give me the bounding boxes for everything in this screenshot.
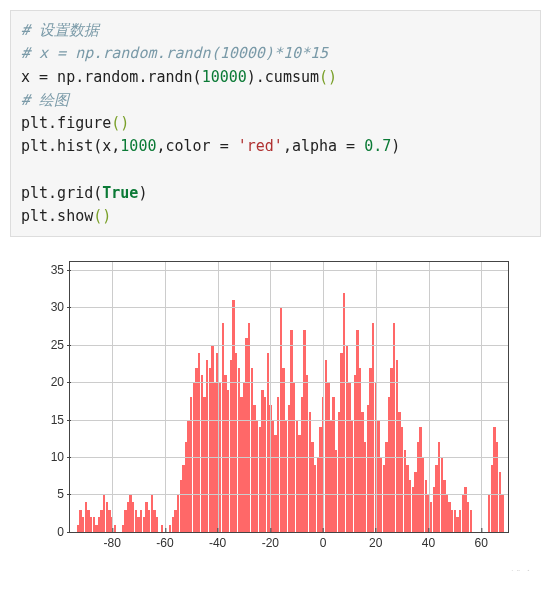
x-tick-label: 40 xyxy=(422,532,435,550)
grid-line xyxy=(429,262,430,532)
y-tick-label: 15 xyxy=(51,413,70,427)
watermark-text: https://blog.csdn.net@51CTO博客 xyxy=(344,568,535,571)
code-line: x = np.random.randn(10000).cumsum() xyxy=(21,68,337,86)
histogram-chart: 05101520253035-80-60-40-200204060 https:… xyxy=(25,251,525,561)
grid-line xyxy=(70,494,508,495)
code-comment: # x = np.random.randn(10000)*10*15 xyxy=(21,44,328,62)
code-line: plt.grid(True) xyxy=(21,184,147,202)
histogram-bar xyxy=(161,525,163,532)
code-block: # 设置数据 # x = np.random.randn(10000)*10*1… xyxy=(10,10,541,237)
grid-line xyxy=(70,307,508,308)
x-tick-label: -20 xyxy=(262,532,279,550)
y-tick-label: 30 xyxy=(51,300,70,314)
histogram-bar xyxy=(156,517,158,532)
x-tick-label: -60 xyxy=(156,532,173,550)
y-tick-label: 0 xyxy=(57,525,70,539)
grid-line xyxy=(70,420,508,421)
code-line: plt.show() xyxy=(21,207,111,225)
y-tick-label: 5 xyxy=(57,487,70,501)
y-tick-label: 20 xyxy=(51,375,70,389)
x-tick-label: 0 xyxy=(320,532,327,550)
grid-line xyxy=(376,262,377,532)
grid-line xyxy=(70,382,508,383)
bars-layer xyxy=(70,262,508,532)
grid-line xyxy=(218,262,219,532)
code-comment: # 绘图 xyxy=(21,91,69,109)
plot-area: 05101520253035-80-60-40-200204060 xyxy=(69,261,509,533)
y-tick-label: 10 xyxy=(51,450,70,464)
x-tick-label: 60 xyxy=(475,532,488,550)
code-line: plt.figure() xyxy=(21,114,129,132)
grid-line xyxy=(323,262,324,532)
histogram-bar xyxy=(114,525,116,532)
y-tick-label: 35 xyxy=(51,263,70,277)
y-tick-label: 25 xyxy=(51,338,70,352)
grid-line xyxy=(70,457,508,458)
x-tick-label: -40 xyxy=(209,532,226,550)
grid-line xyxy=(70,345,508,346)
histogram-bar xyxy=(501,495,503,532)
code-comment: # 设置数据 xyxy=(21,21,99,39)
grid-line xyxy=(70,270,508,271)
x-tick-label: -80 xyxy=(104,532,121,550)
grid-line xyxy=(481,262,482,532)
grid-line xyxy=(270,262,271,532)
grid-line xyxy=(112,262,113,532)
x-tick-label: 20 xyxy=(369,532,382,550)
code-line: plt.hist(x,1000,color = 'red',alpha = 0.… xyxy=(21,137,400,155)
grid-line xyxy=(165,262,166,532)
histogram-bar xyxy=(470,510,472,532)
